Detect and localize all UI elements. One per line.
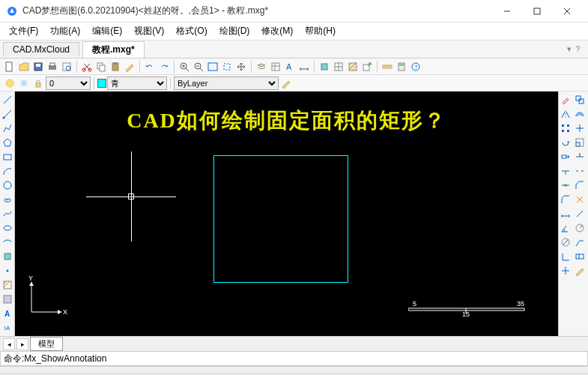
hatch-tool-icon[interactable] xyxy=(1,278,14,292)
center-mark-icon[interactable] xyxy=(559,264,572,278)
polyline-tool-icon[interactable] xyxy=(1,122,14,135)
layer-lock-icon[interactable] xyxy=(31,76,45,90)
text-tool-icon[interactable]: A xyxy=(1,307,14,320)
move-icon[interactable] xyxy=(573,122,587,135)
help-icon[interactable]: ? xyxy=(409,60,422,74)
extend-icon[interactable] xyxy=(559,164,572,178)
maximize-button[interactable] xyxy=(522,0,552,22)
calculator-icon[interactable] xyxy=(395,60,408,74)
ordinate-icon[interactable] xyxy=(559,250,572,263)
circle-tool-icon[interactable] xyxy=(1,178,14,192)
dim-radius-icon[interactable] xyxy=(573,221,587,235)
minimize-button[interactable] xyxy=(492,0,522,22)
spline-tool-icon[interactable] xyxy=(1,207,14,220)
zoom-in-icon[interactable] xyxy=(178,60,191,74)
menu-view[interactable]: 视图(V) xyxy=(128,23,170,39)
zoom-out-icon[interactable] xyxy=(192,60,205,74)
ellipse-arc-tool-icon[interactable] xyxy=(1,236,14,249)
menu-draw[interactable]: 绘图(D) xyxy=(213,23,256,39)
chamfer-icon[interactable] xyxy=(573,178,587,192)
rotate-icon[interactable] xyxy=(559,136,572,149)
measure-icon[interactable] xyxy=(381,60,394,74)
open-file-icon[interactable] xyxy=(17,60,31,74)
fillet-icon[interactable] xyxy=(559,193,572,206)
svg-line-19 xyxy=(186,68,189,71)
break-icon[interactable] xyxy=(573,164,587,178)
redo-icon[interactable] xyxy=(157,60,171,74)
ellipse-tool-icon[interactable] xyxy=(1,221,14,235)
properties-icon[interactable] xyxy=(269,60,282,74)
copy-modify-icon[interactable] xyxy=(573,93,587,106)
svg-line-90 xyxy=(577,211,583,217)
linetype-select[interactable]: ByLayer xyxy=(174,76,279,90)
point-tool-icon[interactable] xyxy=(1,264,14,278)
menu-format[interactable]: 格式(O) xyxy=(170,23,213,39)
color-select[interactable]: 青 xyxy=(107,76,167,90)
hatch-icon[interactable] xyxy=(346,60,360,74)
polygon-tool-icon[interactable] xyxy=(1,136,14,149)
layers-icon[interactable] xyxy=(255,60,268,74)
offset-icon[interactable] xyxy=(573,107,587,121)
arc-tool-icon[interactable] xyxy=(1,164,14,178)
mtext-tool-icon[interactable]: IA xyxy=(1,321,14,334)
layer-select[interactable]: 0 xyxy=(46,76,91,90)
block-icon[interactable] xyxy=(318,60,331,74)
rectangle-tool-icon[interactable] xyxy=(1,150,14,164)
text-style-icon[interactable]: A xyxy=(283,60,297,74)
cut-icon[interactable] xyxy=(80,60,94,74)
modify-tool-palette xyxy=(558,92,588,336)
scale-icon[interactable] xyxy=(573,136,587,149)
dim-style-icon[interactable] xyxy=(297,60,311,74)
paste-icon[interactable] xyxy=(109,60,122,74)
match-props-icon[interactable] xyxy=(123,60,136,74)
tab-tutorial[interactable]: 教程.mxg* xyxy=(82,41,145,58)
region-tool-icon[interactable] xyxy=(1,292,14,306)
dim-edit-icon[interactable] xyxy=(573,264,587,278)
layer-state-icon[interactable] xyxy=(3,76,16,90)
copy-icon[interactable] xyxy=(94,60,108,74)
tab-help-icon[interactable]: ▾ ？ xyxy=(567,44,582,55)
dim-aligned-icon[interactable] xyxy=(573,207,587,220)
model-tab[interactable]: 模型 xyxy=(30,337,63,351)
insert-block-icon[interactable] xyxy=(1,250,14,263)
print-icon[interactable] xyxy=(46,60,59,74)
stretch-icon[interactable] xyxy=(559,150,572,164)
tab-nav-next-icon[interactable]: ▸ xyxy=(16,338,28,350)
menu-edit[interactable]: 编辑(E) xyxy=(86,23,128,39)
menu-help[interactable]: 帮助(H) xyxy=(299,23,342,39)
xref-icon[interactable] xyxy=(360,60,374,74)
zoom-window-icon[interactable] xyxy=(220,60,234,74)
table-icon[interactable] xyxy=(332,60,345,74)
menu-modify[interactable]: 修改(M) xyxy=(255,23,299,39)
new-file-icon[interactable] xyxy=(3,60,16,74)
explode-icon[interactable] xyxy=(573,193,587,206)
layer-freeze-icon[interactable] xyxy=(17,76,31,90)
print-preview-icon[interactable] xyxy=(60,60,73,74)
leader-icon[interactable] xyxy=(573,236,587,249)
ray-tool-icon[interactable] xyxy=(1,107,14,121)
pan-icon[interactable] xyxy=(234,60,248,74)
save-icon[interactable] xyxy=(31,60,45,74)
linetype-edit-icon[interactable] xyxy=(279,76,293,90)
zoom-extents-icon[interactable] xyxy=(206,60,219,74)
tab-cloud[interactable]: CAD.MxCloud xyxy=(3,42,79,56)
tolerance-icon[interactable] xyxy=(573,250,587,263)
command-line[interactable]: 命令: Mx_ShowAnnotation xyxy=(0,351,588,366)
close-button[interactable] xyxy=(552,0,582,22)
trim-icon[interactable] xyxy=(573,150,587,164)
dim-diameter-icon[interactable] xyxy=(559,236,572,249)
drawing-canvas[interactable]: CAD如何绘制固定面积的矩形？ Y X 5 35 15 xyxy=(15,92,558,336)
dim-angular-icon[interactable] xyxy=(559,221,572,235)
svg-point-54 xyxy=(4,182,11,189)
tab-nav-first-icon[interactable]: ◂ xyxy=(3,338,15,350)
undo-icon[interactable] xyxy=(143,60,157,74)
menu-function[interactable]: 功能(A) xyxy=(44,23,86,39)
erase-icon[interactable] xyxy=(559,93,572,106)
menu-file[interactable]: 文件(F) xyxy=(3,23,44,39)
line-tool-icon[interactable] xyxy=(1,93,14,106)
join-icon[interactable] xyxy=(559,178,572,192)
dim-linear-icon[interactable] xyxy=(559,207,572,220)
mirror-icon[interactable] xyxy=(559,107,572,121)
revcloud-tool-icon[interactable] xyxy=(1,193,14,206)
array-icon[interactable] xyxy=(559,122,572,135)
